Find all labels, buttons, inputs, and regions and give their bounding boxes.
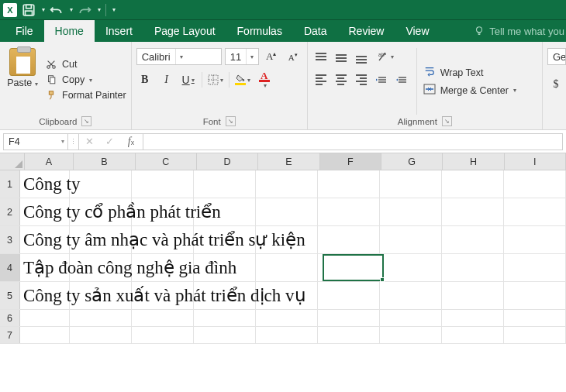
bold-button[interactable]: B — [136, 71, 154, 88]
row-cells[interactable]: Công ty cổ phần phát triển — [20, 198, 566, 225]
tab-view[interactable]: View — [395, 20, 440, 42]
select-all-button[interactable] — [0, 153, 25, 170]
titlebar: X ▾ ▾ ▾ ▾ — [0, 0, 566, 20]
decrease-indent-button[interactable] — [373, 71, 390, 88]
name-box-value: F4 — [9, 136, 20, 147]
active-cell[interactable] — [323, 254, 384, 281]
undo-button[interactable] — [50, 3, 64, 17]
row-header[interactable]: 4 — [0, 254, 20, 281]
increase-indent-button[interactable] — [393, 71, 410, 88]
row-cells[interactable] — [20, 310, 566, 326]
column-headers: ABCDEFGHI — [0, 153, 566, 170]
chevron-down-icon[interactable]: ▾ — [61, 138, 64, 145]
column-header-I[interactable]: I — [505, 153, 566, 170]
tab-home[interactable]: Home — [44, 20, 95, 42]
row-header[interactable]: 1 — [0, 170, 20, 198]
column-header-H[interactable]: H — [443, 153, 504, 170]
number-format-combo[interactable]: Ge — [547, 48, 566, 65]
row-header[interactable]: 6 — [0, 310, 20, 326]
cut-label: Cut — [62, 59, 77, 70]
font-size-value: 11 — [230, 51, 241, 63]
alignment-launcher[interactable]: ↘ — [442, 116, 452, 126]
save-button[interactable] — [22, 3, 36, 17]
qat-chevron-save[interactable]: ▾ — [42, 6, 45, 13]
tab-page-layout[interactable]: Page Layout — [143, 20, 226, 42]
formula-input[interactable] — [143, 133, 563, 150]
column-header-C[interactable]: C — [136, 153, 197, 170]
column-header-B[interactable]: B — [74, 153, 135, 170]
column-header-G[interactable]: G — [381, 153, 443, 170]
align-center-button[interactable] — [333, 71, 350, 88]
tell-me-search[interactable]: Tell me what you — [474, 20, 566, 42]
merge-center-button[interactable]: Merge & Center ▾ — [423, 84, 516, 97]
increase-font-button[interactable]: A▴ — [262, 48, 281, 65]
tab-data[interactable]: Data — [293, 20, 338, 42]
tab-file[interactable]: File — [5, 20, 44, 42]
row-cells[interactable] — [20, 327, 566, 343]
worksheet: ABCDEFGHI 1Công ty2Công ty cổ phần phát … — [0, 153, 566, 344]
enter-formula-button[interactable]: ✓ — [99, 136, 119, 147]
chevron-down-icon[interactable]: ▾ — [264, 82, 267, 89]
decrease-font-button[interactable]: A▾ — [284, 48, 302, 65]
align-bottom-button[interactable] — [353, 48, 370, 65]
wrap-text-button[interactable]: Wrap Text — [423, 66, 516, 79]
column-header-F[interactable]: F — [320, 153, 381, 170]
orientation-button[interactable]: ab▾ — [373, 48, 398, 65]
qat-chevron-undo[interactable]: ▾ — [70, 6, 73, 13]
column-header-D[interactable]: D — [197, 153, 258, 170]
cell-text: Công ty cổ phần phát triển — [23, 198, 221, 225]
chevron-down-icon[interactable]: ▾ — [89, 77, 92, 84]
cancel-formula-button[interactable]: ✕ — [79, 136, 99, 147]
chevron-down-icon[interactable]: ▾ — [513, 87, 516, 94]
fill-handle[interactable] — [380, 277, 385, 282]
qat-customize[interactable]: ▾ — [112, 6, 116, 13]
align-top-button[interactable] — [312, 48, 330, 65]
currency-button[interactable]: $ — [547, 76, 564, 93]
cut-button[interactable]: Cut — [45, 58, 126, 70]
insert-function-button[interactable]: fx — [119, 136, 143, 148]
format-painter-button[interactable]: Format Painter — [45, 89, 126, 101]
qat-chevron-redo[interactable]: ▾ — [98, 6, 101, 13]
borders-button[interactable]: ▾ — [207, 71, 224, 88]
chevron-down-icon[interactable]: ▾ — [35, 81, 38, 88]
wrap-icon — [423, 66, 436, 79]
chevron-down-icon[interactable]: ▾ — [247, 77, 250, 84]
redo-button[interactable] — [78, 3, 91, 17]
row-cells[interactable]: Công ty âm nhạc và phát triển sự kiện — [20, 226, 566, 253]
paste-button[interactable]: Paste ▾ — [5, 45, 40, 115]
clipboard-launcher[interactable]: ↘ — [81, 116, 91, 126]
row-header[interactable]: 5 — [0, 282, 20, 309]
copy-button[interactable]: Copy ▾ — [45, 74, 126, 86]
font-name-combo[interactable]: Calibri▾ — [136, 48, 222, 65]
column-header-A[interactable]: A — [25, 153, 74, 170]
tab-insert[interactable]: Insert — [95, 20, 143, 42]
font-size-combo[interactable]: 11▾ — [225, 48, 259, 65]
name-box[interactable]: F4▾ — [3, 133, 68, 150]
row-cells[interactable]: Công ty sản xuất và phát triển dịch vụ — [20, 282, 566, 309]
align-left-button[interactable] — [312, 71, 330, 88]
font-color-button[interactable]: A▾ — [256, 71, 273, 88]
row-cells[interactable]: Công ty — [20, 170, 566, 198]
column-header-E[interactable]: E — [258, 153, 319, 170]
tab-review[interactable]: Review — [338, 20, 395, 42]
cell-text: Công ty — [23, 170, 80, 198]
chevron-down-icon[interactable]: ▾ — [192, 77, 195, 84]
chevron-down-icon[interactable]: ▾ — [175, 49, 183, 64]
tab-formulas[interactable]: Formulas — [226, 20, 293, 42]
fill-color-button[interactable]: ▾ — [234, 71, 251, 88]
chevron-down-icon[interactable]: ▾ — [246, 49, 254, 64]
align-right-button[interactable] — [353, 71, 370, 88]
row-cells[interactable]: Tập đoàn công nghệ gia đình — [20, 254, 566, 281]
font-launcher[interactable]: ↘ — [226, 116, 236, 126]
align-middle-button[interactable] — [333, 48, 350, 65]
scissors-icon — [45, 58, 57, 70]
chevron-down-icon[interactable]: ▾ — [220, 77, 223, 84]
paste-label: Paste — [7, 77, 32, 88]
row-header[interactable]: 3 — [0, 226, 20, 253]
underline-button[interactable]: U ▾ — [180, 71, 197, 88]
row-header[interactable]: 2 — [0, 198, 20, 225]
italic-button[interactable]: I — [158, 71, 175, 88]
name-box-expand[interactable]: ⋮ — [68, 133, 79, 150]
row-header[interactable]: 7 — [0, 327, 20, 343]
app-icon: X — [3, 3, 17, 17]
